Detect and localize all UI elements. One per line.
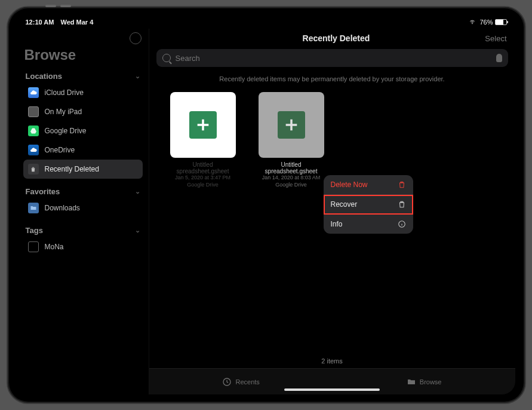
sidebar-item-gdrive[interactable]: Google Drive xyxy=(23,121,143,140)
tab-label: Recents xyxy=(235,378,259,385)
ipad-icon xyxy=(28,106,39,117)
tab-browse[interactable]: Browse xyxy=(407,377,442,387)
favorites-header[interactable]: Favorites ⌄ xyxy=(23,185,143,198)
file-item[interactable]: Untitled spreadsheet.gsheet Jan 14, 2020… xyxy=(256,92,327,188)
main-panel: Recently Deleted Select Recently deleted… xyxy=(149,29,515,394)
search-input[interactable] xyxy=(176,54,491,63)
file-source: Google Drive xyxy=(187,182,219,189)
search-icon xyxy=(162,54,171,62)
sidebar-item-downloads[interactable]: Downloads xyxy=(23,198,143,218)
tags-header[interactable]: Tags ⌄ xyxy=(23,224,143,237)
item-count: 2 items xyxy=(149,354,515,368)
menu-recover[interactable]: Recover xyxy=(324,195,413,215)
tag-circle-icon xyxy=(28,241,39,252)
file-thumbnail xyxy=(259,92,324,158)
cloud-icon xyxy=(28,87,39,98)
tab-label: Browse xyxy=(420,378,442,385)
search-bar[interactable] xyxy=(156,49,508,67)
sidebar-item-label: Google Drive xyxy=(45,127,87,135)
folder-icon xyxy=(28,203,39,213)
battery-indicator: 76% xyxy=(479,19,506,26)
status-date: Wed Mar 4 xyxy=(60,19,93,26)
menu-item-label: Recover xyxy=(331,200,358,209)
clock-icon xyxy=(222,377,232,387)
warning-text: Recently deleted items may be permanentl… xyxy=(149,71,515,86)
tab-recents[interactable]: Recents xyxy=(222,377,259,387)
battery-percent: 76% xyxy=(479,19,493,26)
sidebar-item-label: Recently Deleted xyxy=(45,165,99,173)
onedrive-icon xyxy=(28,145,39,155)
file-item[interactable]: Untitled spreadsheet.gsheet Jan 5, 2020 … xyxy=(167,92,239,188)
browse-title: Browse xyxy=(24,47,143,63)
spreadsheet-icon xyxy=(189,111,217,139)
status-time: 12:10 AM xyxy=(26,19,54,26)
menu-info[interactable]: Info xyxy=(324,215,413,234)
file-date: Jan 5, 2020 at 3:47 PM xyxy=(175,175,230,182)
home-indicator[interactable] xyxy=(284,388,380,391)
more-options-button[interactable] xyxy=(130,32,142,44)
sidebar-item-tag[interactable]: MoNa xyxy=(23,237,143,256)
sidebar-item-label: Downloads xyxy=(45,204,80,212)
trash-icon xyxy=(398,200,406,209)
file-name: Untitled spreadsheet.gsheet xyxy=(256,161,327,175)
svg-point-0 xyxy=(472,23,473,24)
tags-label: Tags xyxy=(26,226,43,235)
favorites-label: Favorites xyxy=(26,187,60,196)
chevron-down-icon: ⌄ xyxy=(135,188,140,195)
dictate-icon[interactable] xyxy=(496,54,502,62)
wifi-icon xyxy=(469,19,476,25)
folder-icon xyxy=(407,377,416,387)
locations-label: Locations xyxy=(26,72,62,81)
sidebar-item-label: OneDrive xyxy=(45,146,75,154)
chevron-down-icon: ⌄ xyxy=(135,227,140,234)
sidebar-item-label: MoNa xyxy=(45,243,64,251)
menu-item-label: Info xyxy=(331,220,343,228)
sidebar-item-onedrive[interactable]: OneDrive xyxy=(23,140,143,160)
sidebar-item-recently-deleted[interactable]: Recently Deleted xyxy=(23,160,143,179)
trash-icon xyxy=(28,164,39,175)
google-drive-icon xyxy=(28,126,39,136)
sidebar: Browse Locations ⌄ iCloud Drive On My iP… xyxy=(17,29,149,394)
file-name: Untitled spreadsheet.gsheet xyxy=(167,161,239,175)
select-button[interactable]: Select xyxy=(485,34,506,43)
info-icon xyxy=(398,220,406,228)
status-bar: 12:10 AM Wed Mar 4 76% xyxy=(17,16,515,29)
file-source: Google Drive xyxy=(275,182,307,189)
sidebar-item-label: iCloud Drive xyxy=(45,88,84,97)
menu-delete-now[interactable]: Delete Now xyxy=(324,175,413,195)
page-title: Recently Deleted xyxy=(187,33,485,43)
file-thumbnail xyxy=(170,92,236,158)
menu-item-label: Delete Now xyxy=(331,180,368,189)
locations-header[interactable]: Locations ⌄ xyxy=(23,69,143,83)
sidebar-item-ipad[interactable]: On My iPad xyxy=(23,102,143,121)
file-date: Jan 14, 2020 at 8:03 AM xyxy=(262,175,321,182)
trash-icon xyxy=(398,180,406,189)
spreadsheet-icon xyxy=(278,111,305,139)
svg-marker-1 xyxy=(30,128,36,134)
sidebar-item-icloud[interactable]: iCloud Drive xyxy=(23,83,143,102)
context-menu: Delete Now Recover Info xyxy=(324,175,413,234)
chevron-down-icon: ⌄ xyxy=(135,72,140,80)
sidebar-item-label: On My iPad xyxy=(45,108,82,116)
